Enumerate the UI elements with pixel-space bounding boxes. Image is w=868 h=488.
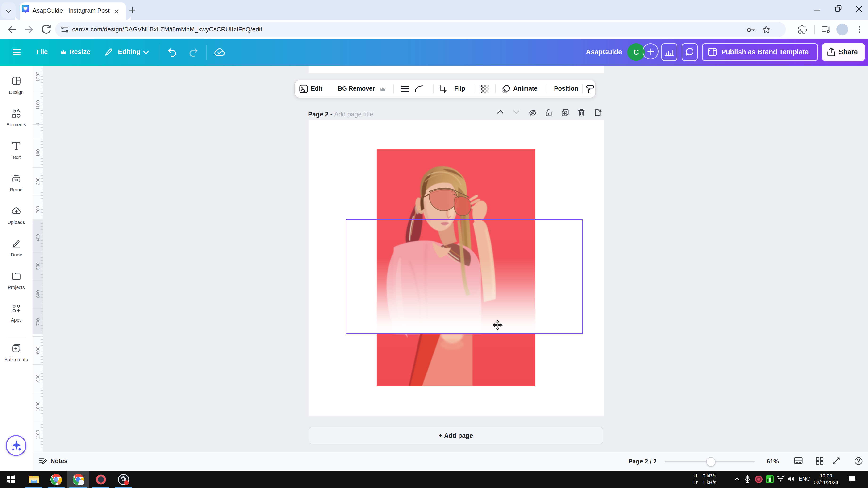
svg-text:co: co <box>14 178 18 182</box>
